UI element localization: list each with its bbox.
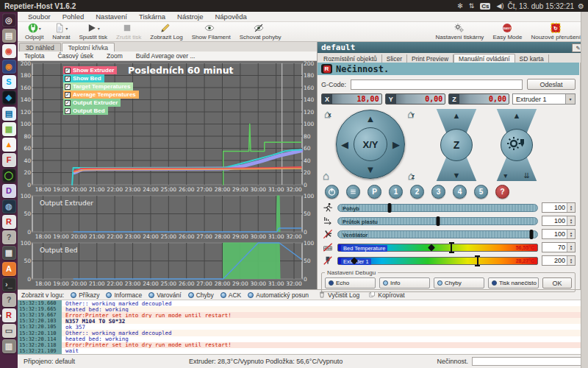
tab-3d-view[interactable]: 3D náhled [19,43,61,52]
files-icon[interactable]: ▤ [2,29,16,43]
f-app-icon[interactable]: F [2,153,16,167]
chart-menu-item[interactable]: Časový úsek [51,52,100,60]
log-scrollbar[interactable] [581,12,588,368]
calculator-icon[interactable]: ▦ [2,246,16,260]
skype-icon[interactable]: S [2,75,16,89]
printer-settings-button[interactable]: Nastavení tiskárny [431,23,489,40]
legend-checkbox[interactable]: ✓ [65,84,71,90]
tab-object-placement[interactable]: Rozmístění objektů [319,54,382,63]
debug-dry-run-button[interactable]: Tisk nanečisto [488,277,539,289]
target-marker[interactable] [477,255,478,266]
filter-warnings-button[interactable]: Varování [148,291,181,299]
chart-menu-item[interactable]: Build Average over ... [129,52,202,60]
log-list[interactable]: 15:32:19.660 Other:: working marked deco… [18,300,588,354]
trash-icon[interactable]: ▥ [2,339,16,353]
spinner-arrows[interactable]: ▴▾ [567,243,575,252]
extrude-down-button[interactable]: ▾ [503,171,507,180]
menu-item[interactable]: Tiskárna [133,13,171,21]
spinner-arrows[interactable]: ▴▾ [567,216,575,225]
tab-slicer[interactable]: Slicer [382,54,407,63]
legend-checkbox[interactable]: ✓ [65,92,71,98]
filter-autoscroll-button[interactable]: Automatický posun [248,291,309,299]
dropdown-caret-icon[interactable]: ▾ [65,26,68,31]
legend-target-temperatures[interactable]: ✓ Target Temperatures [63,82,133,91]
home-y-button[interactable]: ⌂Y [407,108,415,119]
a-app-icon[interactable]: A [2,262,16,276]
preset-5-button[interactable]: 5 [474,185,488,199]
flow-rate-slider[interactable]: Průtok plastu [337,217,538,225]
home-z-button[interactable]: ⌂Z [408,170,415,181]
sync-arrows-icon[interactable]: ⇅ [469,2,475,10]
emergency-stop-button[interactable]: ↻ Nouzové přerušení [526,23,585,40]
power-button[interactable] [325,185,339,199]
legend-average-temperatures[interactable]: ✓ Average Temperatures [63,91,139,99]
kodi-icon[interactable]: ◆ [2,91,16,105]
legend-checkbox[interactable]: ✓ [65,68,71,74]
tab-sd-card[interactable]: SD karta [515,54,549,63]
movement-speed-slider[interactable]: Pohyb [337,204,538,212]
movement-speed-input[interactable]: 100 ▴▾ [542,202,576,213]
fan-speed-slider[interactable]: Ventilátor [337,230,538,238]
hide-travel-button[interactable]: ▾ Schovat pohyby [235,23,286,40]
bed-temperature-slider[interactable]: Bed Temperature 56,55°C [337,244,538,252]
debug-echo-button[interactable]: Echo [325,277,376,289]
repetier-active-icon[interactable]: R [2,308,16,322]
load-button[interactable]: ▾ Nahrát [48,23,74,40]
debug-info-button[interactable]: Info [379,277,430,289]
vlc-icon[interactable]: ▲ [2,138,16,152]
d-app-icon[interactable]: D [2,184,16,198]
ring-app-icon[interactable]: ◯ [2,169,16,183]
filter-info-button[interactable]: Informace [106,291,142,299]
motor-off-button[interactable] [346,185,360,199]
easy-mode-button[interactable]: EASY Easy Mode [488,23,526,40]
calc-icon[interactable]: ▦ [2,122,16,136]
tab-manual-control[interactable]: Manuální ovládání [453,54,514,63]
slider-thumb[interactable] [529,230,533,239]
show-filament-button[interactable]: ▾ Show Filament [187,23,235,40]
park-button[interactable]: P [368,185,381,199]
indicator-icon[interactable]: ✻ [457,2,463,10]
preset-1-button[interactable]: 1 [389,185,403,199]
gcode-input[interactable] [351,79,523,90]
y-minus-button[interactable]: ▼ [366,165,376,174]
preset-3-button[interactable]: 3 [431,185,445,199]
session-menu-icon[interactable]: ⚙ [578,2,584,10]
home-x-button[interactable]: ⌂X [324,108,331,119]
menu-item[interactable]: Nástroje [171,13,209,21]
retract-button[interactable]: ⇊ [523,171,529,180]
x-plus-button[interactable]: ▶ [392,140,400,149]
target-marker[interactable] [451,242,452,253]
menu-item[interactable]: Soubor [22,13,57,21]
extruder-temperature-slider[interactable]: Extruder 1 28,27°C [337,257,538,265]
tab-temperature-curve[interactable]: Teplotní křivka [62,43,115,52]
clock[interactable]: Čt, 13. dub 15:32:21 [507,2,574,10]
flow-rate-input[interactable]: 100 ▴▾ [542,216,576,226]
disconnect-button[interactable]: ▾ Odpojit [21,23,48,40]
terminal-icon[interactable]: ›_ [2,277,16,291]
firefox-icon[interactable]: ◉ [2,60,16,74]
filter-ack-button[interactable]: ACK [220,291,241,299]
extruder-select[interactable]: Extruder 1▾ [512,93,576,105]
preset-2-button[interactable]: 2 [410,185,424,199]
printer-app-icon[interactable]: ▭ [2,324,16,338]
menu-item[interactable]: Pohled [57,13,90,21]
menu-item[interactable]: Nastavení [90,13,133,21]
chart-menu-item[interactable]: Zoom [100,52,129,60]
legend-show-bed[interactable]: ✓ Show Bed [63,74,104,82]
preset-4-button[interactable]: 4 [453,185,467,199]
toggle-log-button[interactable]: ▾ Zobrazit Log [146,23,187,40]
legend-output-bed[interactable]: ✓ Output Bed [63,107,108,115]
filter-errors-button[interactable]: Chyby [188,291,214,299]
bed-temperature-input[interactable]: 70 ▴▾ [542,242,576,252]
slider-thumb[interactable] [436,216,440,226]
chart-menu-item[interactable]: Teplota [18,52,51,60]
globe-app-icon[interactable]: ◍ [2,199,16,213]
filter-commands-button[interactable]: Příkazy [71,291,99,299]
chrome-icon[interactable]: ◉ [2,44,16,58]
send-gcode-button[interactable]: Odeslat [527,79,576,90]
keyboard-layout-indicator[interactable]: Cs [480,3,490,10]
spinner-arrows[interactable]: ▴▾ [567,230,575,238]
volume-icon[interactable]: ◀) [496,2,503,10]
repetier-icon[interactable]: R [2,215,16,229]
dropdown-caret-icon[interactable]: ▾ [39,26,41,31]
